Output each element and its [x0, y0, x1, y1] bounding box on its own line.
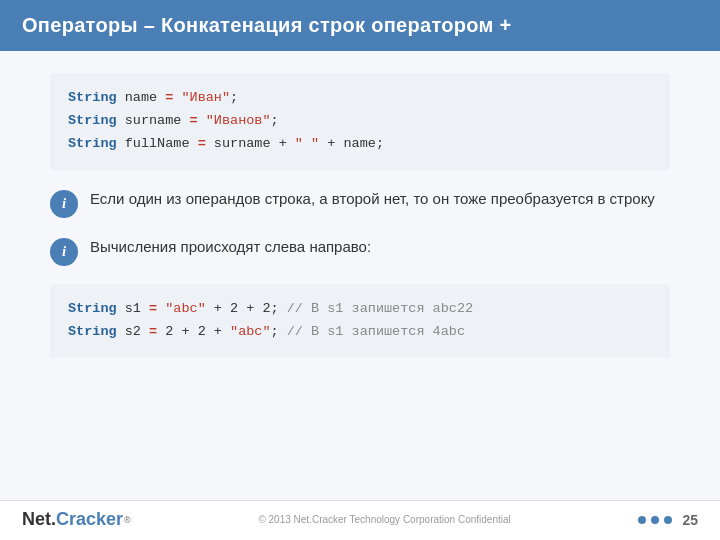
info-text-1: Если один из операндов строка, а второй …: [90, 188, 655, 211]
slide: Операторы – Конкатенация строк операторо…: [0, 0, 720, 540]
footer-logo: Net. Cracker ®: [22, 509, 131, 530]
info-icon-2: i: [50, 238, 78, 266]
info-icon-1: i: [50, 190, 78, 218]
slide-footer: Net. Cracker ® © 2013 Net.Cracker Techno…: [0, 500, 720, 540]
slide-content: String name = "Иван";String surname = "И…: [0, 51, 720, 500]
info-box-1: i Если один из операндов строка, а второ…: [50, 188, 670, 218]
footer-dots: [638, 516, 672, 524]
info-box-2: i Вычисления происходят слева направо:: [50, 236, 670, 266]
code-block-1: String name = "Иван";String surname = "И…: [50, 73, 670, 170]
header-title: Операторы – Конкатенация строк операторо…: [22, 14, 511, 36]
dot-2: [651, 516, 659, 524]
info-text-2: Вычисления происходят слева направо:: [90, 236, 371, 259]
page-number: 25: [682, 512, 698, 528]
code-block-2: String s1 = "abc" + 2 + 2; // В s1 запиш…: [50, 284, 670, 358]
slide-header: Операторы – Конкатенация строк операторо…: [0, 0, 720, 51]
logo-net: Net.: [22, 509, 56, 530]
footer-copyright: © 2013 Net.Cracker Technology Corporatio…: [258, 514, 510, 525]
logo-cracker: Cracker: [56, 509, 123, 530]
footer-right: 25: [638, 512, 698, 528]
dot-3: [664, 516, 672, 524]
logo-reg: ®: [124, 515, 131, 525]
dot-1: [638, 516, 646, 524]
